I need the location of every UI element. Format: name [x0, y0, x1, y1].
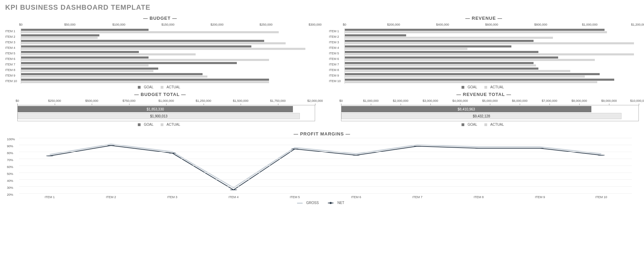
- budget-total-chart: BUDGET TOTAL $0$250,000$500,000$750,000$…: [5, 90, 315, 128]
- budget-total-axis: $0$250,000$500,000$750,000$1,000,000$1,2…: [17, 98, 315, 105]
- hbar-row: ITEM 4: [5, 45, 315, 51]
- budget-total-title: BUDGET TOTAL: [5, 92, 315, 97]
- revenue-total-legend: GOAL ACTUAL: [329, 123, 639, 126]
- hbar-row: ITEM 4: [329, 45, 639, 51]
- hbar-row: ITEM 6: [5, 56, 315, 62]
- revenue-rows: ITEM 1ITEM 2ITEM 3ITEM 4ITEM 5ITEM 6ITEM…: [329, 28, 639, 84]
- svg-point-8: [536, 148, 544, 149]
- revenue-total-chart: REVENUE TOTAL $0$1,000,000$2,000,000$3,0…: [329, 90, 639, 128]
- hbar-row: ITEM 2: [5, 34, 315, 39]
- hbar-row: ITEM 3: [329, 39, 639, 45]
- svg-point-4: [291, 149, 298, 149]
- revenue-total-axis: $0$1,000,000$2,000,000$3,000,000$4,000,0…: [341, 98, 639, 105]
- hbar-row: ITEM 10: [5, 78, 315, 84]
- hbar-row: ITEM 9: [329, 73, 639, 78]
- budget-chart-title: BUDGET: [5, 16, 315, 21]
- svg-point-6: [414, 146, 421, 147]
- revenue-total-title: REVENUE TOTAL: [329, 92, 639, 97]
- budget-x-axis: $0$50,000$100,000$150,000$200,000$250,00…: [21, 22, 315, 28]
- svg-point-1: [107, 145, 115, 146]
- hbar-row: ITEM 8: [5, 67, 315, 73]
- profit-margins-legend: GROSS NET: [5, 201, 639, 205]
- hbar-row: ITEM 9: [5, 73, 315, 78]
- profit-margins-chart: PROFIT MARGINS 100%90%80%70%60%50%40%30%…: [5, 131, 639, 205]
- page-title: KPI BUSINESS DASHBOARD TEMPLATE: [5, 3, 639, 11]
- hbar-row: ITEM 7: [329, 62, 639, 67]
- revenue-total-bars: $8,410,963$9,432,128: [341, 105, 639, 121]
- svg-point-9: [598, 155, 605, 156]
- budget-chart: BUDGET $0$50,000$100,000$150,000$200,000…: [5, 14, 315, 90]
- hbar-row: ITEM 1: [329, 28, 639, 34]
- revenue-legend: GOAL ACTUAL: [329, 85, 639, 89]
- hbar-row: ITEM 5: [329, 51, 639, 56]
- hbar-row: ITEM 7: [5, 62, 315, 67]
- hbar-row: ITEM 6: [329, 56, 639, 62]
- hbar-row: ITEM 10: [329, 78, 639, 84]
- revenue-x-axis: $0$200,000$400,000$600,000$800,000$1,000…: [345, 22, 639, 28]
- budget-total-legend: GOAL ACTUAL: [5, 123, 315, 126]
- revenue-chart-title: REVENUE: [329, 16, 639, 21]
- svg-point-0: [46, 156, 53, 156]
- svg-point-7: [475, 148, 482, 149]
- budget-legend: GOAL ACTUAL: [5, 85, 315, 89]
- budget-rows: ITEM 1ITEM 2ITEM 3ITEM 4ITEM 5ITEM 6ITEM…: [5, 28, 315, 84]
- svg-point-5: [352, 155, 360, 156]
- hbar-row: ITEM 2: [329, 34, 639, 39]
- hbar-row: ITEM 3: [5, 39, 315, 45]
- line-plot-area: 100%90%80%70%60%50%40%30%20%ITEM 1ITEM 2…: [19, 138, 632, 193]
- revenue-chart: REVENUE $0$200,000$400,000$600,000$800,0…: [329, 14, 639, 90]
- svg-point-2: [169, 153, 176, 153]
- svg-point-3: [230, 189, 237, 190]
- budget-total-bars: $1,853,330$1,900,013: [17, 105, 315, 121]
- hbar-row: ITEM 1: [5, 28, 315, 34]
- hbar-row: ITEM 5: [5, 51, 315, 56]
- profit-margins-title: PROFIT MARGINS: [5, 131, 639, 136]
- hbar-row: ITEM 8: [329, 67, 639, 73]
